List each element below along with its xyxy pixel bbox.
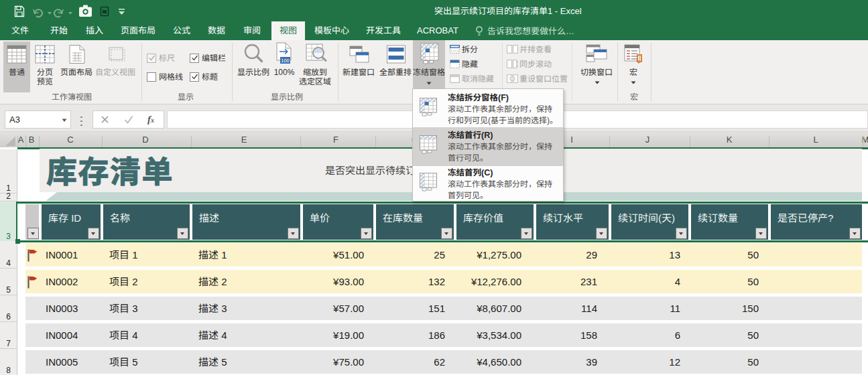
svg-text:100: 100 xyxy=(281,58,290,64)
